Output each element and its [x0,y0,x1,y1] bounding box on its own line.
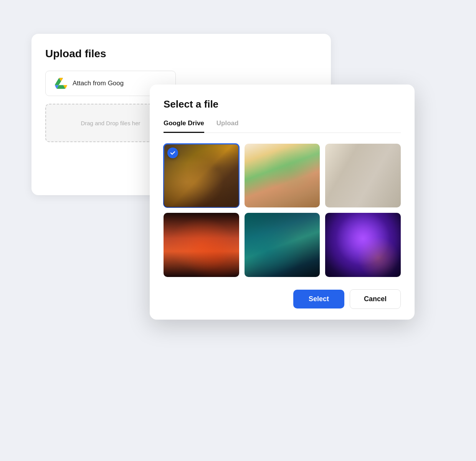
upload-card-title: Upload files [45,48,317,60]
google-drive-icon [55,77,67,90]
image-overlay-1 [164,163,239,208]
modal-title: Select a file [164,98,401,110]
image-item-1[interactable] [164,144,239,208]
google-drive-button-label: Attach from Goog [73,80,124,87]
dropzone-text: Drag and Drop files her [81,120,140,126]
tab-upload[interactable]: Upload [217,119,239,133]
select-button[interactable]: Select [293,290,344,308]
file-select-modal: Select a file Google Drive Upload [150,85,415,320]
tab-bar: Google Drive Upload [164,119,401,133]
tab-google-drive[interactable]: Google Drive [164,119,204,133]
image-grid [164,144,401,277]
image-item-6[interactable] [325,213,401,277]
cancel-button[interactable]: Cancel [350,289,401,309]
image-item-3[interactable] [325,144,401,208]
image-item-4[interactable] [164,213,239,277]
image-item-5[interactable] [245,213,320,277]
image-item-2[interactable] [245,144,320,208]
modal-footer: Select Cancel [164,289,401,309]
selected-check-badge [167,148,178,158]
